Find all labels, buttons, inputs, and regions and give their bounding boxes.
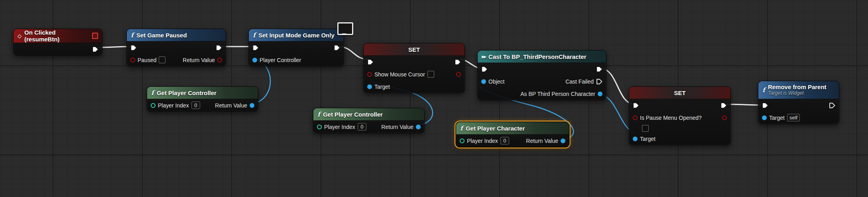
target-self-value: self <box>787 114 800 121</box>
pin-row: Target self <box>758 111 839 124</box>
function-icon: f <box>131 31 134 39</box>
node-title: Get Player Controller <box>157 90 217 96</box>
pin-row: Target <box>629 133 730 145</box>
node-set-show-mouse-cursor[interactable]: SET Show Mouse Cursor Target <box>363 43 465 93</box>
pin-row: Paused Return Value <box>127 54 226 66</box>
paused-checkbox[interactable] <box>159 57 165 63</box>
node-remove-from-parent[interactable]: f Remove from Parent Target is Widget Ta… <box>758 81 839 124</box>
pin-row <box>14 43 102 55</box>
is-pause-menu-opened-out-pin[interactable] <box>722 115 727 120</box>
exec-out-pin[interactable] <box>455 59 461 65</box>
show-mouse-cursor-out-pin[interactable] <box>456 72 461 77</box>
exec-in-pin[interactable] <box>252 45 259 51</box>
exec-out-pin[interactable] <box>216 45 222 51</box>
cast-icon: ▸▸ <box>482 53 486 60</box>
pin-label: Cast Failed <box>565 78 594 85</box>
node-title: SET <box>408 46 420 53</box>
function-icon: f <box>253 31 256 39</box>
node-header: f Set Game Paused <box>127 29 226 41</box>
pin-label: Return Value <box>183 57 215 63</box>
pin-row <box>127 41 226 54</box>
function-icon: f <box>317 111 320 118</box>
function-icon: f <box>460 125 463 132</box>
pin-row <box>249 41 344 54</box>
pin-label: Show Mouse Cursor <box>374 71 425 78</box>
exec-in-pin[interactable] <box>130 45 137 51</box>
node-title: On Clicked (resumeBtn) <box>24 29 89 43</box>
node-set-input-mode-game-only[interactable]: f Set Input Mode Game Only Player Contro… <box>248 29 344 66</box>
exec-out-pin[interactable] <box>596 66 602 72</box>
return-value-pin[interactable] <box>561 138 565 143</box>
node-header: f Get Player Controller <box>147 87 258 99</box>
pin-row: As BP Third Person Character <box>478 88 606 100</box>
pin-label: Player Index <box>467 138 498 144</box>
exec-in-pin[interactable] <box>367 59 374 65</box>
show-mouse-cursor-checkbox[interactable] <box>427 71 434 78</box>
pin-label: Return Value <box>381 124 413 130</box>
node-header: f Get Player Controller <box>313 108 424 121</box>
exec-out-pin[interactable] <box>829 102 835 109</box>
node-on-clicked-event[interactable]: ◇ On Clicked (resumeBtn) <box>13 29 102 56</box>
player-index-pin[interactable] <box>317 125 322 129</box>
return-value-pin[interactable] <box>250 103 254 108</box>
target-pin[interactable] <box>367 84 372 89</box>
node-title: Remove from Parent <box>768 84 827 90</box>
node-title: Set Input Mode Game Only <box>258 32 335 39</box>
player-index-pin[interactable] <box>151 103 155 108</box>
player-controller-pin[interactable] <box>252 58 257 62</box>
pin-label: Is Pause Menu Opened? <box>640 115 702 121</box>
blueprint-canvas[interactable]: ◇ On Clicked (resumeBtn) f Set Game Paus… <box>0 0 868 197</box>
target-pin[interactable] <box>633 137 638 141</box>
return-value-pin[interactable] <box>217 58 222 62</box>
is-pause-menu-opened-pin[interactable] <box>633 115 638 120</box>
target-pin[interactable] <box>762 115 767 120</box>
node-get-player-controller-1[interactable]: f Get Player Controller Player Index 0 R… <box>147 86 258 112</box>
player-index-pin[interactable] <box>460 138 465 143</box>
node-get-player-character[interactable]: f Get Player Character Player Index 0 Re… <box>456 122 569 147</box>
pin-row: Show Mouse Cursor <box>364 68 465 80</box>
node-title: Get Player Controller <box>323 111 383 118</box>
pin-row <box>629 99 730 111</box>
paused-pin[interactable] <box>130 58 135 62</box>
delegate-pin[interactable] <box>92 33 98 39</box>
pin-row: Is Pause Menu Opened? <box>629 111 730 124</box>
pin-label: Return Value <box>526 138 558 144</box>
pin-row: Player Controller <box>249 54 344 66</box>
pin-row <box>629 124 730 133</box>
player-index-input[interactable]: 0 <box>358 123 366 131</box>
node-header: SET <box>629 87 730 99</box>
node-header: f Get Player Character <box>456 122 569 135</box>
pin-label: As BP Third Person Character <box>520 91 595 97</box>
pin-label: Target <box>374 84 390 90</box>
exec-out-pin[interactable] <box>720 102 727 109</box>
function-icon: f <box>151 89 154 97</box>
event-icon: ◇ <box>18 33 22 39</box>
return-value-pin[interactable] <box>416 125 421 129</box>
show-mouse-cursor-pin[interactable] <box>367 72 372 77</box>
exec-out-pin[interactable] <box>92 46 98 53</box>
exec-out-pin[interactable] <box>334 45 340 51</box>
pin-label: Player Index <box>324 124 355 130</box>
exec-in-pin[interactable] <box>481 66 488 72</box>
pin-row: Player Index 0 Return Value <box>147 99 258 111</box>
pin-label: Return Value <box>215 102 247 109</box>
pin-row <box>478 63 606 75</box>
pin-label: Target <box>640 136 655 142</box>
node-header: f Set Input Mode Game Only <box>249 29 344 41</box>
node-get-player-controller-2[interactable]: f Get Player Controller Player Index 0 R… <box>313 108 425 133</box>
exec-in-pin[interactable] <box>633 102 639 109</box>
object-pin[interactable] <box>481 79 486 84</box>
is-pause-menu-opened-checkbox[interactable] <box>642 125 649 132</box>
node-title: Cast To BP_ThirdPersonCharacter <box>488 53 587 60</box>
node-set-game-paused[interactable]: f Set Game Paused Paused Return Value <box>126 29 226 66</box>
player-index-input[interactable]: 0 <box>500 137 509 144</box>
node-cast-to-bp-thirdpersoncharacter[interactable]: ▸▸ Cast To BP_ThirdPersonCharacter Objec… <box>477 50 606 100</box>
pin-label: Paused <box>138 57 156 63</box>
exec-in-pin[interactable] <box>762 102 768 109</box>
as-bp-third-person-character-pin[interactable] <box>598 92 602 96</box>
cast-failed-exec-pin[interactable] <box>596 78 602 85</box>
pin-label: Object <box>488 78 504 85</box>
player-index-input[interactable]: 0 <box>191 101 200 109</box>
node-set-is-pause-menu-opened[interactable]: SET Is Pause Menu Opened? Tar <box>629 86 731 145</box>
input-mode-monitor-icon <box>337 22 353 35</box>
